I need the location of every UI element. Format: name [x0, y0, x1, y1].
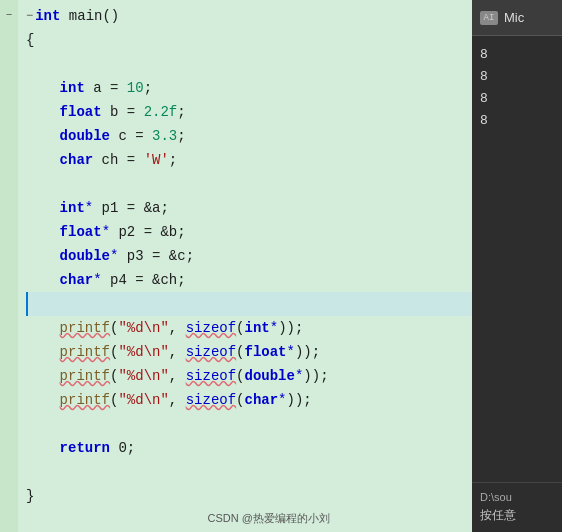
- panel-icon: AI: [480, 11, 498, 25]
- panel-title: Mic: [504, 10, 524, 25]
- panel-output: 8888: [472, 36, 562, 482]
- output-line: 8: [480, 66, 554, 88]
- fold-icon[interactable]: −: [6, 10, 13, 21]
- editor-gutter: −: [0, 0, 18, 532]
- panel-footer: D:\sou 按任意: [472, 482, 562, 532]
- output-line: 8: [480, 110, 554, 132]
- panel-header: AI Mic: [472, 0, 562, 36]
- main-container: − −int main(){ int a = 10; float b = 2.2…: [0, 0, 562, 532]
- path-line: D:\sou: [480, 491, 554, 503]
- output-line: 8: [480, 44, 554, 66]
- output-panel: AI Mic 8888 D:\sou 按任意: [472, 0, 562, 532]
- output-line: 8: [480, 88, 554, 110]
- press-key-line: 按任意: [480, 507, 554, 524]
